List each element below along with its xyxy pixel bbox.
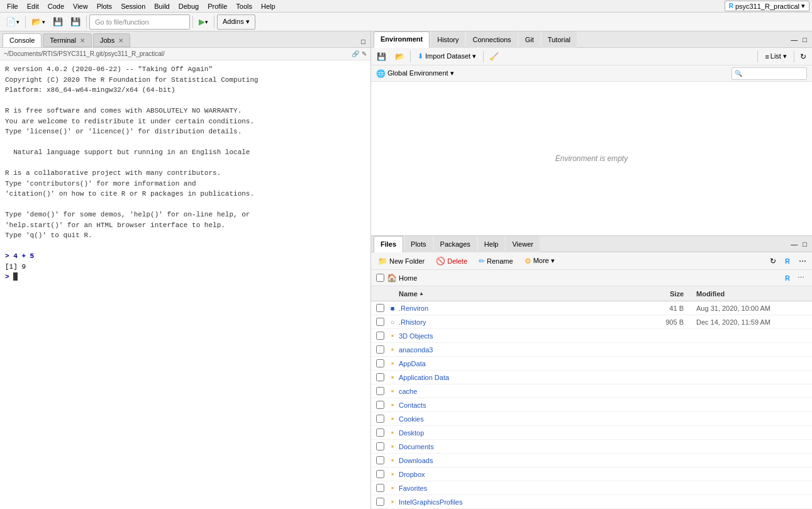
console-output-line-2: Copyright (C) 2020 The R Foundation for … (5, 75, 365, 86)
folder-name[interactable]: Contacts (399, 401, 426, 409)
files-r-btn[interactable]: R (782, 254, 793, 268)
file-checkbox[interactable] (376, 387, 384, 395)
console-output-line-11: Type 'demo()' for some demos, 'help()' f… (5, 210, 365, 220)
save-all-button[interactable]: 💾 (67, 14, 84, 30)
path-link-icon[interactable]: 🔗 (352, 50, 359, 57)
header-modified[interactable]: Modified (696, 290, 809, 298)
file-checkbox[interactable] (376, 332, 384, 340)
select-all-checkbox[interactable] (376, 274, 384, 282)
folder-name[interactable]: 3D Objects (399, 332, 433, 340)
file-checkbox[interactable] (376, 498, 384, 506)
tab-plots[interactable]: Plots (404, 236, 432, 252)
console-content[interactable]: R version 4.0.2 (2020-06-22) -- "Taking … (0, 60, 370, 509)
file-checkbox[interactable] (376, 415, 384, 423)
tab-files[interactable]: Files (374, 236, 403, 252)
addins-button[interactable]: Addins ▾ (217, 14, 255, 30)
folder-name[interactable]: cache (399, 388, 417, 395)
folder-name[interactable]: anaconda3 (399, 346, 433, 354)
tab-console[interactable]: Console (3, 33, 42, 47)
menu-tools[interactable]: Tools (231, 0, 257, 13)
menu-session[interactable]: Session (116, 0, 150, 13)
tab-jobs[interactable]: Jobs ✕ (93, 33, 130, 47)
env-maximize-btn[interactable]: □ (800, 35, 809, 44)
menu-file[interactable]: File (3, 0, 23, 13)
env-load-btn[interactable]: 📂 (392, 50, 408, 64)
folder-name[interactable]: AppData (399, 360, 426, 367)
header-size[interactable]: Size (646, 290, 696, 298)
menu-help[interactable]: Help (257, 0, 280, 13)
folder-name[interactable]: Documents (399, 443, 434, 450)
env-search-box[interactable]: 🔍 (731, 67, 807, 80)
global-env-selector[interactable]: 🌐 Global Environment ▾ (376, 69, 454, 78)
env-refresh-btn[interactable]: ↻ (797, 50, 809, 64)
file-checkbox[interactable] (376, 359, 384, 367)
more-btn[interactable]: ⚙ More ▾ (520, 254, 559, 268)
import-dataset-btn[interactable]: ⬇ Import Dataset ▾ (413, 50, 481, 64)
env-minimize-btn[interactable]: — (788, 35, 800, 44)
file-checkbox[interactable] (376, 428, 384, 437)
open-button[interactable]: 📂 ▾ (28, 14, 48, 30)
folder-name[interactable]: Desktop (399, 429, 424, 437)
path-r-btn[interactable]: R (782, 274, 793, 282)
menu-code[interactable]: Code (43, 0, 69, 13)
path-options-btn[interactable]: ⋯ (795, 273, 807, 282)
go-to-file-input[interactable]: Go to file/function (89, 14, 190, 30)
table-row: ▪ Favorites (371, 481, 812, 495)
menu-plots[interactable]: Plots (92, 0, 116, 13)
file-checkbox[interactable] (376, 304, 384, 312)
file-checkbox[interactable] (376, 401, 384, 409)
file-checkbox[interactable] (376, 442, 384, 450)
file-checkbox[interactable] (376, 373, 384, 381)
env-search-input[interactable] (742, 70, 804, 77)
menu-edit[interactable]: Edit (23, 0, 43, 13)
env-save-btn[interactable]: 💾 (374, 50, 389, 64)
project-selector[interactable]: R psyc311_R_practical ▾ (725, 1, 809, 11)
clear-env-btn[interactable]: 🧹 (486, 50, 502, 64)
import-icon: ⬇ (418, 52, 423, 60)
run-button[interactable]: ▶ ▾ (196, 14, 211, 30)
files-minimize-btn[interactable]: — (788, 240, 800, 249)
files-more-options-btn[interactable]: ⋯ (796, 254, 809, 268)
rename-btn[interactable]: ✏ Rename (474, 254, 518, 268)
tab-history[interactable]: History (431, 31, 465, 48)
file-checkbox[interactable] (376, 456, 384, 464)
tab-help[interactable]: Help (478, 236, 505, 252)
new-file-button[interactable]: 📄 ▾ (3, 14, 23, 30)
console-maximize-btn[interactable]: □ (359, 37, 368, 46)
folder-name[interactable]: Downloads (399, 457, 433, 464)
folder-name[interactable]: Application Data (399, 374, 449, 381)
header-name[interactable]: Name ▲ (399, 290, 646, 298)
folder-name[interactable]: IntelGraphicsProfiles (399, 498, 463, 506)
menu-profile[interactable]: Profile (203, 0, 231, 13)
folder-name[interactable]: Favorites (399, 484, 427, 492)
delete-btn[interactable]: 🚫 Delete (431, 254, 472, 268)
tab-terminal-close[interactable]: ✕ (80, 37, 85, 44)
path-edit-icon[interactable]: ✎ (362, 50, 367, 57)
file-name[interactable]: .Rhistory (399, 318, 426, 326)
file-checkbox[interactable] (376, 345, 384, 354)
menu-build[interactable]: Build (150, 0, 174, 13)
tab-git[interactable]: Git (519, 31, 540, 48)
files-maximize-btn[interactable]: □ (800, 240, 809, 249)
file-checkbox[interactable] (376, 484, 384, 492)
file-checkbox[interactable] (376, 318, 384, 326)
tab-environment[interactable]: Environment (374, 31, 430, 48)
home-nav-btn[interactable]: 🏠 Home (387, 273, 417, 282)
save-button[interactable]: 💾 (50, 14, 66, 30)
file-checkbox[interactable] (376, 470, 384, 478)
tab-packages[interactable]: Packages (434, 236, 477, 252)
menu-view[interactable]: View (69, 0, 92, 13)
folder-name[interactable]: Cookies (399, 415, 424, 423)
tab-connections[interactable]: Connections (466, 31, 517, 48)
project-name: psyc311_R_practical (735, 3, 799, 10)
tab-terminal[interactable]: Terminal ✕ (43, 33, 92, 47)
list-view-btn[interactable]: ≡ List ▾ (760, 50, 791, 64)
tab-jobs-close[interactable]: ✕ (118, 37, 123, 44)
new-folder-btn[interactable]: 📁 New Folder (374, 254, 429, 268)
tab-viewer[interactable]: Viewer (506, 236, 539, 252)
files-refresh-btn[interactable]: ↻ (767, 254, 779, 268)
file-name[interactable]: .Renviron (399, 305, 428, 312)
tab-tutorial[interactable]: Tutorial (542, 31, 577, 48)
menu-debug[interactable]: Debug (174, 0, 203, 13)
folder-name[interactable]: Dropbox (399, 471, 425, 478)
